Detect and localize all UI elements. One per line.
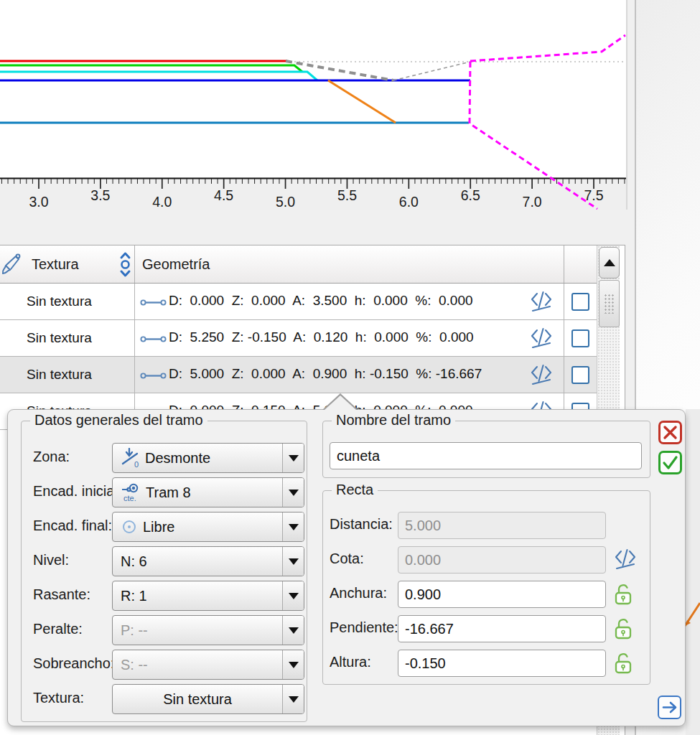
chevron-down-icon	[289, 696, 299, 703]
input-cota	[398, 546, 606, 574]
dropdown-selected-value: N: 6	[113, 547, 282, 576]
column-header-geometria-label: Geometría	[142, 256, 210, 273]
chevron-down-icon	[289, 662, 299, 668]
slope-icon[interactable]	[529, 363, 554, 389]
row-checkbox[interactable]	[571, 293, 589, 311]
axis-tick-label: 7.0	[523, 194, 542, 210]
chevron-down-icon	[289, 558, 299, 565]
axis-tick-label: 4.0	[152, 194, 172, 210]
link-icon	[140, 297, 167, 310]
dropdown-arrow-button[interactable]	[282, 547, 304, 576]
groupbox-recta-title: Recta	[332, 482, 378, 498]
arrow-right-icon	[661, 700, 678, 715]
column-header-geometria[interactable]: Geometría	[135, 245, 564, 283]
constant-link-icon: cte.	[121, 482, 141, 502]
dropdown-textura[interactable]: Sin textura	[112, 684, 304, 714]
field-label-cota: Cota:	[330, 551, 364, 567]
scroll-up-arrow-icon	[604, 259, 615, 266]
chevron-down-icon	[289, 524, 299, 530]
textura-cell[interactable]: Sin textura	[0, 320, 135, 356]
input-anchura[interactable]	[398, 581, 606, 608]
field-label-zona: Zona:	[33, 449, 70, 465]
textura-cell[interactable]: Sin textura	[0, 284, 135, 319]
row-checkbox[interactable]	[571, 329, 589, 347]
scrollbar-up-button[interactable]	[599, 247, 620, 278]
close-x-icon	[663, 425, 678, 440]
dropdown-arrow-button[interactable]	[282, 581, 304, 610]
column-header-check	[564, 245, 597, 283]
chevron-down-icon	[289, 593, 299, 599]
field-label-nivel: Nivel:	[33, 552, 69, 568]
dropdown-zona[interactable]: 0Desmonte	[112, 443, 304, 473]
dropdown-selected-value: 0Desmonte	[113, 444, 282, 472]
axis-tick-label: 4.5	[214, 187, 233, 203]
row-check-cell	[564, 357, 597, 393]
dropdown-rasante[interactable]: R: 1	[112, 581, 304, 611]
plot-area[interactable]	[0, 0, 626, 178]
dropdown-text: R: 1	[121, 588, 147, 604]
geometria-cell[interactable]: D: 5.250 Z: -0.150 A: 0.120 h: 0.000 %: …	[135, 320, 564, 356]
unlock-icon[interactable]	[613, 651, 634, 678]
dropdown-arrow-button[interactable]	[282, 512, 304, 541]
axis-tick-label: 5.0	[276, 194, 295, 210]
groupbox-nombre-title: Nombre del tramo	[332, 412, 455, 429]
scrollbar-thumb[interactable]	[599, 280, 620, 327]
link-icon	[140, 334, 167, 347]
accept-button[interactable]	[658, 451, 682, 474]
slope-icon[interactable]	[529, 327, 554, 352]
input-pendiente[interactable]	[398, 615, 606, 642]
dropdown-arrow-button[interactable]	[282, 444, 304, 472]
field-label-encadinicial: Encad. inicial:	[33, 483, 121, 500]
next-tramo-button[interactable]	[658, 696, 681, 719]
textura-value: Sin textura	[27, 367, 92, 383]
input-altura[interactable]	[398, 650, 606, 677]
dropdown-selected-value: Libre	[113, 512, 282, 541]
field-label-peralte: Peralte:	[33, 621, 83, 637]
scrollbar-grip-dots	[604, 294, 615, 314]
chevron-down-icon	[289, 455, 299, 462]
cross-section-canvas[interactable]: 3.03.54.04.55.05.56.06.57.07.5	[0, 0, 626, 210]
row-checkbox[interactable]	[571, 366, 589, 384]
table-row[interactable]: Sin textura D: 5.000 Z: 0.000 A: 0.900 h…	[0, 357, 597, 393]
cancel-button[interactable]	[658, 421, 682, 444]
sort-indicator-icon[interactable]	[119, 251, 131, 281]
geometria-cell[interactable]: D: 5.000 Z: 0.000 A: 0.900 h: -0.150 %: …	[135, 357, 564, 393]
textura-cell[interactable]: Sin textura	[0, 357, 135, 393]
dropdown-arrow-button[interactable]	[282, 478, 304, 507]
axis-tick-label: 6.5	[461, 187, 480, 203]
geometria-value: D: 5.000 Z: 0.000 A: 0.900 h: -0.150 %: …	[169, 366, 482, 382]
axis-tick-label: 6.0	[399, 194, 419, 210]
table-row[interactable]: Sin textura D: 0.000 Z: 0.000 A: 3.500 h…	[0, 284, 597, 320]
cross-section-view[interactable]: 3.03.54.04.55.05.56.06.57.07.5	[0, 0, 627, 210]
textura-value: Sin textura	[27, 294, 92, 309]
tramo-edit-dialog: Datos generales del tramo Zona: 0Desmont…	[7, 409, 686, 726]
dropdown-selected-value: R: 1	[113, 581, 282, 610]
dropdown-arrow-button[interactable]	[282, 685, 304, 713]
unlock-icon[interactable]	[613, 582, 634, 609]
textura-value: Sin textura	[27, 330, 92, 346]
paintbrush-icon	[1, 253, 22, 276]
column-header-textura[interactable]: Textura	[0, 245, 135, 283]
dropdown-selected-value: Sin textura	[113, 685, 282, 713]
slope-icon[interactable]	[529, 290, 554, 316]
table-row[interactable]: Sin textura D: 5.250 Z: -0.150 A: 0.120 …	[0, 320, 597, 357]
unlock-icon[interactable]	[613, 617, 634, 644]
geometria-cell[interactable]: D: 0.000 Z: 0.000 A: 3.500 h: 0.000 %: 0…	[135, 284, 564, 319]
field-label-sobreancho: Sobreancho:	[33, 655, 114, 672]
dropdown-encadfinal[interactable]: Libre	[112, 512, 304, 542]
svg-text:cte.: cte.	[123, 494, 136, 502]
dialog-callout-pointer-fill	[325, 395, 356, 410]
field-label-textura: Textura:	[33, 690, 84, 706]
dropdown-text: Sin textura	[163, 691, 232, 708]
axis-tick-label: 5.5	[337, 187, 357, 203]
slope-icon[interactable]	[613, 548, 638, 574]
dropdown-text: Desmonte	[145, 450, 210, 467]
dropdown-selected-value: P: --	[113, 616, 282, 645]
column-header-textura-label: Textura	[32, 256, 79, 273]
dropdown-nivel[interactable]: N: 6	[112, 546, 304, 576]
nombre-del-tramo-input[interactable]	[330, 442, 642, 469]
svg-text:0: 0	[134, 460, 139, 468]
dropdown-encadinicial[interactable]: cte.Tram 8	[112, 477, 304, 507]
row-check-cell	[564, 284, 597, 319]
dropdown-peralte: P: --	[112, 615, 304, 645]
